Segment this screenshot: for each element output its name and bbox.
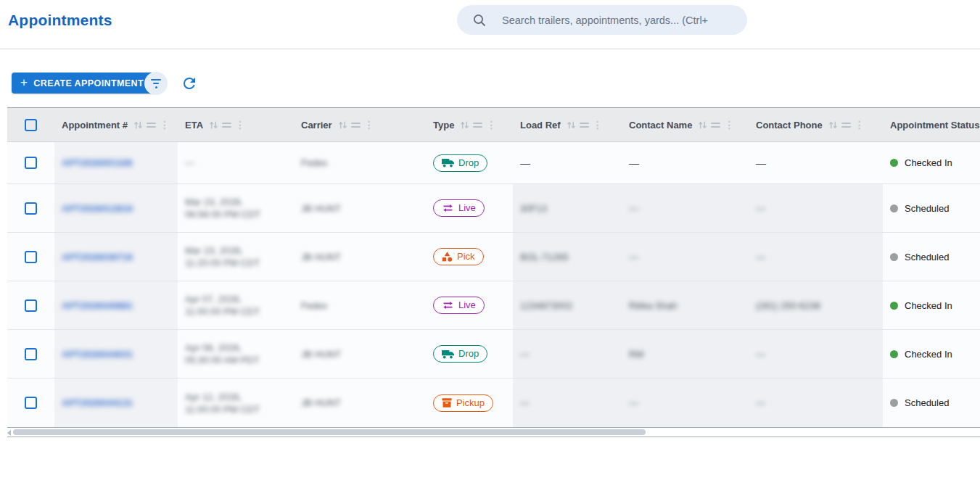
search-icon xyxy=(473,14,486,27)
load-ref-value: — xyxy=(520,349,530,360)
carrier-value: JB HUNT xyxy=(301,203,341,214)
column-label: Contact Name xyxy=(629,120,692,131)
appointments-table: Appointment # ⋮ ETA ⋮ Carrier ⋮ xyxy=(7,107,980,437)
sort-icon[interactable] xyxy=(209,120,218,130)
search-input[interactable]: Search trailers, appointments, yards... … xyxy=(457,5,747,35)
status-dot-icon xyxy=(890,253,898,261)
table-row[interactable]: APT2026012816 Mar 23, 2026,06:56:00 PM C… xyxy=(7,184,980,233)
filter-button[interactable] xyxy=(144,72,168,95)
column-more-icon[interactable]: ⋮ xyxy=(235,120,245,130)
type-label: Live xyxy=(458,299,476,311)
contact-name-value: Ritika Shah xyxy=(629,300,677,311)
type-label: Pickup xyxy=(456,397,485,409)
search-placeholder: Search trailers, appointments, yards... … xyxy=(502,15,708,26)
horizontal-scrollbar[interactable] xyxy=(7,427,980,437)
table-header-row: Appointment # ⋮ ETA ⋮ Carrier ⋮ xyxy=(7,107,980,142)
column-header-contact-name[interactable]: Contact Name ⋮ xyxy=(622,108,749,141)
row-checkbox[interactable] xyxy=(25,299,37,312)
sort-icon[interactable] xyxy=(567,120,576,130)
row-checkbox[interactable] xyxy=(25,348,37,360)
column-label: Appointment Status xyxy=(890,120,980,131)
status-badge: Scheduled xyxy=(890,397,949,408)
column-menu-icon[interactable] xyxy=(473,123,482,128)
sort-icon[interactable] xyxy=(133,120,143,130)
column-label: ETA xyxy=(185,120,203,131)
eta-value: Apr 08, 2026, xyxy=(185,342,260,354)
sort-icon[interactable] xyxy=(460,120,469,130)
page-title: Appointments xyxy=(8,12,112,29)
select-all-checkbox[interactable] xyxy=(25,119,37,131)
status-badge: Checked In xyxy=(890,349,952,360)
contact-phone-value: — xyxy=(756,203,765,214)
appointment-link[interactable]: APT2026001168 xyxy=(62,157,133,168)
type-badge-pick: Pick xyxy=(433,248,484,265)
column-menu-icon[interactable] xyxy=(841,123,851,128)
column-header-carrier[interactable]: Carrier ⋮ xyxy=(294,108,424,141)
column-menu-icon[interactable] xyxy=(580,123,589,128)
table-row[interactable]: APT2026044131 Apr 12, 2026,11:00:00 PM C… xyxy=(7,379,980,427)
box-icon xyxy=(442,398,452,408)
type-label: Pick xyxy=(457,251,475,262)
column-header-appointment[interactable]: Appointment # ⋮ xyxy=(54,108,178,141)
type-label: Drop xyxy=(458,348,479,360)
column-header-eta[interactable]: ETA ⋮ xyxy=(178,108,294,141)
column-menu-icon[interactable] xyxy=(147,123,156,128)
load-ref-value: 30F13 xyxy=(520,203,547,214)
row-checkbox[interactable] xyxy=(25,202,37,215)
status-badge: Scheduled xyxy=(890,203,949,214)
load-ref-value: — xyxy=(520,157,530,169)
truck-icon xyxy=(442,350,454,359)
type-badge-drop: Drop xyxy=(433,345,487,363)
type-badge-pickup: Pickup xyxy=(433,394,493,412)
contact-phone-value: — xyxy=(756,349,765,360)
shapes-icon xyxy=(442,252,453,262)
row-checkbox[interactable] xyxy=(25,157,37,169)
plus-icon: + xyxy=(20,76,28,88)
table-row[interactable]: APT2026001168 — Fedex Drop — — — Checked… xyxy=(7,142,980,184)
row-checkbox[interactable] xyxy=(25,397,37,409)
contact-name-value: — xyxy=(629,157,639,169)
appointment-link[interactable]: APT2026036716 xyxy=(62,252,133,262)
status-dot-icon xyxy=(890,302,898,310)
sort-icon[interactable] xyxy=(828,120,838,130)
appointment-link[interactable]: APT2026044031 xyxy=(62,349,133,360)
column-more-icon[interactable]: ⋮ xyxy=(855,120,865,130)
column-header-contact-phone[interactable]: Contact Phone ⋮ xyxy=(749,108,883,141)
carrier-value: JB HUNT xyxy=(301,397,341,408)
appointment-link[interactable]: APT2026040881 xyxy=(62,300,133,311)
sort-icon[interactable] xyxy=(338,120,347,130)
column-menu-icon[interactable] xyxy=(222,123,231,128)
horizontal-scrollbar-thumb[interactable] xyxy=(13,429,646,435)
column-more-icon[interactable]: ⋮ xyxy=(593,120,603,130)
column-header-type[interactable]: Type ⋮ xyxy=(424,108,513,141)
column-header-status[interactable]: Appointment Status xyxy=(883,108,980,141)
status-label: Checked In xyxy=(905,157,952,168)
create-appointment-button[interactable]: + CREATE APPOINTMENT xyxy=(12,73,155,94)
column-label: Contact Phone xyxy=(756,120,823,131)
column-header-load-ref[interactable]: Load Ref ⋮ xyxy=(513,108,622,141)
contact-name-value: — xyxy=(629,252,638,262)
column-more-icon[interactable]: ⋮ xyxy=(486,120,496,130)
refresh-button[interactable] xyxy=(180,75,199,94)
filter-icon xyxy=(151,79,161,88)
scroll-left-arrow-icon[interactable] xyxy=(7,430,11,436)
status-label: Checked In xyxy=(905,300,952,311)
status-badge: Checked In xyxy=(890,300,952,311)
table-row[interactable]: APT2026044031 Apr 08, 2026,05:30:00 AM P… xyxy=(7,330,980,379)
contact-phone-value: — xyxy=(756,157,766,169)
column-more-icon[interactable]: ⋮ xyxy=(364,120,374,130)
row-checkbox[interactable] xyxy=(25,251,37,263)
appointment-link[interactable]: APT2026044131 xyxy=(62,397,133,408)
appointment-link[interactable]: APT2026012816 xyxy=(62,203,133,214)
table-row[interactable]: APT2026036716 Mar 23, 2026,11:20:00 PM C… xyxy=(7,233,980,281)
sort-icon[interactable] xyxy=(698,120,707,130)
table-row[interactable]: APT2026040881 Apr 07, 2026,11:00:00 PM C… xyxy=(7,281,980,330)
column-more-icon[interactable]: ⋮ xyxy=(724,120,734,130)
column-more-icon[interactable]: ⋮ xyxy=(160,120,170,130)
load-ref-value: — xyxy=(520,397,530,408)
column-menu-icon[interactable] xyxy=(351,123,361,128)
create-appointment-label: CREATE APPOINTMENT xyxy=(33,78,144,88)
status-dot-icon xyxy=(890,350,898,358)
column-menu-icon[interactable] xyxy=(711,123,720,128)
status-badge: Scheduled xyxy=(890,252,949,262)
